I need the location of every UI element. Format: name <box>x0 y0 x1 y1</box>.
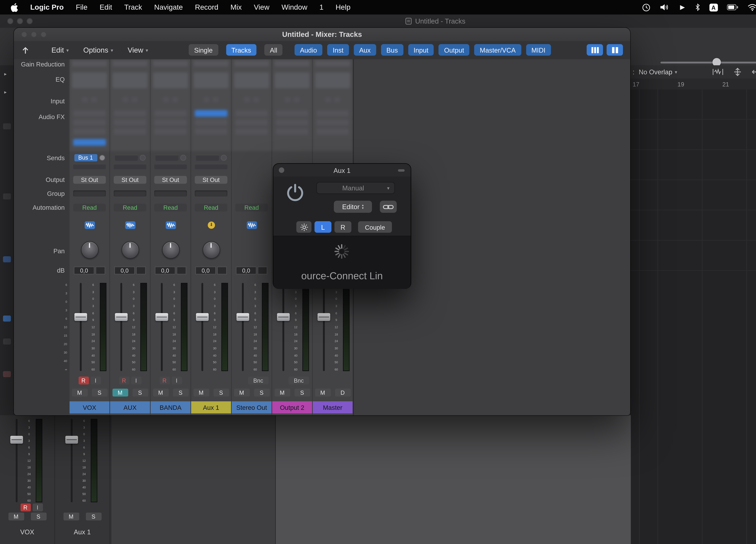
fader-cap[interactable] <box>277 313 290 321</box>
channel-name-label[interactable]: Output 2 <box>272 401 312 413</box>
mute-solo-button[interactable]: S <box>173 389 188 396</box>
audio-fx-slot[interactable] <box>195 110 227 117</box>
disclosure-triangle-icon[interactable]: ▸ <box>4 90 7 95</box>
menu-item[interactable]: Edit <box>94 0 118 15</box>
audio-fx-slot[interactable] <box>276 110 308 117</box>
fader-track[interactable] <box>16 419 18 502</box>
mute-solo-button[interactable]: D <box>335 389 350 396</box>
record-button[interactable]: R <box>78 376 89 384</box>
record-button[interactable]: I <box>90 376 101 384</box>
mute-solo-button[interactable]: M <box>234 389 249 396</box>
couple-button[interactable]: Couple <box>358 221 392 233</box>
record-button[interactable]: Bnc <box>288 376 309 384</box>
fader-cap[interactable] <box>196 313 209 321</box>
fader-cap[interactable] <box>10 436 23 444</box>
audio-fx-slot[interactable] <box>316 110 349 117</box>
input-slot[interactable] <box>272 97 312 103</box>
audio-fx-slot[interactable] <box>114 128 146 135</box>
audio-fx-slot[interactable] <box>154 110 187 117</box>
send-slot[interactable] <box>196 155 219 161</box>
input-slot[interactable] <box>232 97 272 103</box>
send-level-knob[interactable] <box>220 155 226 161</box>
volume-icon[interactable] <box>660 4 669 11</box>
audio-fx-slot[interactable] <box>276 119 308 126</box>
audio-fx-slot[interactable] <box>73 110 106 117</box>
automation-mode-button[interactable]: Read <box>73 204 106 212</box>
send-slot[interactable] <box>195 164 227 169</box>
apple-menu-icon[interactable] <box>0 3 24 12</box>
volume-value[interactable]: 0,0 <box>155 267 175 274</box>
record-button[interactable]: R <box>159 376 170 384</box>
output-button[interactable]: St Out <box>73 176 106 184</box>
record-button[interactable]: R <box>119 376 129 384</box>
pan-knob[interactable] <box>162 241 179 259</box>
wifi-icon[interactable] <box>747 4 756 11</box>
gain-reduction-slot[interactable] <box>72 60 107 67</box>
audio-fx-slot[interactable] <box>235 110 268 117</box>
volume-value[interactable]: 0,0 <box>236 267 256 274</box>
editor-view-selector[interactable]: Editor ▴▾ <box>334 201 372 213</box>
record-button[interactable]: I <box>131 376 141 384</box>
fader-track[interactable] <box>80 283 82 371</box>
view-mode-button[interactable]: Tracks <box>226 44 256 56</box>
send-slot[interactable] <box>115 155 138 161</box>
fader-track[interactable] <box>282 283 284 371</box>
menu-item[interactable]: 1 <box>313 0 330 15</box>
mixer-menu[interactable]: Edit▾ <box>51 46 69 54</box>
fader-cap[interactable] <box>115 313 128 321</box>
group-slot[interactable] <box>114 191 146 197</box>
left-channel-button[interactable]: L <box>314 221 331 233</box>
audio-fx-slot[interactable] <box>114 119 146 126</box>
record-button[interactable]: I <box>171 376 182 384</box>
back-arrow-icon[interactable] <box>21 45 30 55</box>
audio-fx-slot[interactable] <box>154 128 187 135</box>
input-slot[interactable] <box>151 97 191 103</box>
eq-slot[interactable] <box>194 73 229 88</box>
mute-solo-button[interactable]: M <box>8 513 24 520</box>
plugin-power-button[interactable] <box>284 182 306 204</box>
channel-name-label[interactable]: AUX <box>110 401 150 413</box>
mute-solo-button[interactable]: S <box>92 389 107 396</box>
menu-item[interactable]: Window <box>275 0 313 15</box>
eq-slot[interactable] <box>153 73 188 88</box>
send-level-knob[interactable] <box>139 155 145 161</box>
menu-item[interactable]: Track <box>118 0 148 15</box>
send-slot[interactable] <box>155 155 178 161</box>
output-button[interactable]: St Out <box>154 176 187 184</box>
eq-slot[interactable] <box>315 73 350 88</box>
input-source-icon[interactable]: A <box>709 3 718 11</box>
output-button[interactable]: St Out <box>114 176 146 184</box>
output-button[interactable]: St Out <box>195 176 227 184</box>
mute-solo-button[interactable]: S <box>132 389 148 396</box>
channel-name-label[interactable]: VOX <box>0 528 54 536</box>
send-slot[interactable] <box>114 164 146 169</box>
audio-fx-slot[interactable] <box>316 119 349 126</box>
filter-button[interactable]: Audio <box>295 44 323 56</box>
filter-button[interactable]: Master/VCA <box>474 44 521 56</box>
mute-solo-button[interactable]: M <box>72 389 87 396</box>
audio-fx-slot[interactable] <box>73 128 106 135</box>
tracks-window-titlebar[interactable]: Untitled - Tracks <box>0 15 756 28</box>
audio-fx-slot[interactable] <box>114 110 146 117</box>
eq-slot[interactable] <box>112 73 148 88</box>
fit-vertical-icon[interactable] <box>734 68 741 76</box>
automation-mode-button[interactable]: Read <box>154 204 187 212</box>
send-level-knob[interactable] <box>180 155 186 161</box>
gain-reduction-slot[interactable] <box>234 60 269 67</box>
filter-button[interactable]: Inst <box>327 44 349 56</box>
input-slot[interactable] <box>110 97 150 103</box>
mute-solo-button[interactable]: S <box>254 389 269 396</box>
filter-button[interactable]: Aux <box>354 44 376 56</box>
record-button[interactable]: R <box>20 503 31 511</box>
record-button[interactable]: I <box>32 503 43 511</box>
right-channel-button[interactable]: R <box>334 221 351 233</box>
menu-item[interactable]: View <box>248 0 275 15</box>
audio-fx-slot[interactable] <box>73 119 106 126</box>
automation-mode-button[interactable]: Read <box>195 204 227 212</box>
group-slot[interactable] <box>73 191 106 197</box>
mute-solo-button[interactable]: M <box>274 389 290 396</box>
filter-button[interactable]: Bus <box>381 44 403 56</box>
drag-mode-dropdown[interactable]: No Overlap▾ <box>639 68 677 76</box>
audio-fx-slot[interactable] <box>276 128 308 135</box>
pan-knob[interactable] <box>81 241 98 259</box>
